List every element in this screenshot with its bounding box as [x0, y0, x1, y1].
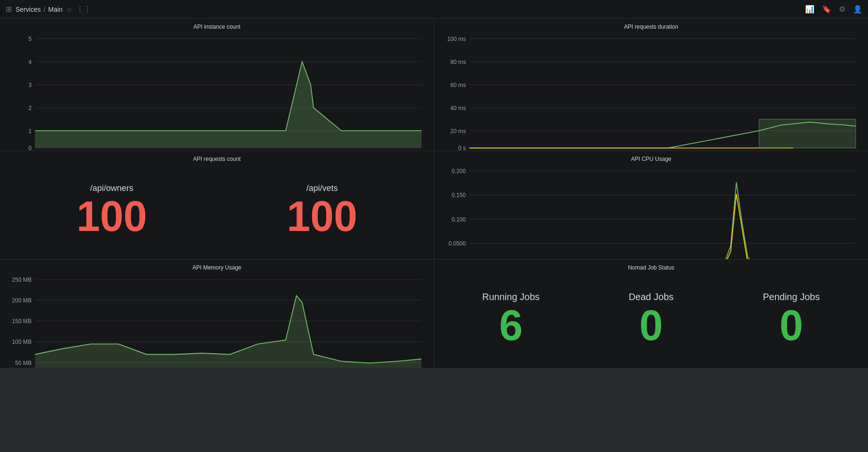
panel-api-requests-duration: API requests duration 100 ms 80 ms 60 ms… [434, 19, 868, 151]
svg-text:3: 3 [28, 82, 31, 88]
svg-text:1: 1 [28, 128, 31, 135]
panel-title-api-cpu-usage: API CPU Usage [441, 156, 861, 162]
bookmark-icon[interactable]: 🔖 [822, 5, 831, 14]
panel-title-api-memory-usage: API Memory Usage [7, 264, 427, 271]
svg-marker-27 [35, 62, 421, 148]
svg-text:100 MB: 100 MB [12, 339, 32, 345]
nomad-item-dead: Dead Jobs 0 [581, 274, 721, 364]
star-icon[interactable]: ☆ [66, 6, 72, 13]
nomad-item-running: Running Jobs 6 [441, 274, 581, 364]
svg-rect-46 [759, 119, 856, 148]
svg-text:0.0500: 0.0500 [448, 240, 466, 247]
topbar: ⊞ API instance count Services / Main ☆ ⋮… [0, 0, 868, 19]
svg-text:20 ms: 20 ms [450, 128, 466, 135]
panel-title-api-requests-count: API requests count [7, 156, 427, 162]
dashboard: API instance count 5 4 3 2 1 0 13:46 13:… [0, 19, 868, 452]
nomad-value-dead: 0 [639, 304, 663, 347]
panel-api-cpu-usage: API CPU Usage 0.200 0.150 0.100 0.0500 0… [434, 151, 868, 259]
svg-text:0.100: 0.100 [452, 216, 466, 223]
stat-value-vets: 100 [287, 195, 357, 238]
chart-svg-duration: 100 ms 80 ms 60 ms 40 ms 20 ms 0 s 13:45… [441, 33, 861, 151]
stat-value-owners: 100 [77, 195, 147, 238]
topbar-left: ⊞ API instance count Services / Main ☆ ⋮… [6, 5, 91, 14]
svg-text:0.200: 0.200 [452, 168, 466, 174]
svg-text:5: 5 [28, 36, 31, 42]
svg-text:250 MB: 250 MB [12, 277, 32, 283]
stat-label-owners: /api/owners [90, 183, 133, 193]
panel-title-nomad-job-status: Nomad Job Status [441, 264, 861, 271]
nomad-label-running: Running Jobs [482, 292, 540, 302]
breadcrumb-services-label[interactable]: Services [16, 6, 41, 13]
svg-text:0 s: 0 s [458, 145, 466, 151]
svg-text:2: 2 [28, 105, 31, 111]
svg-text:4: 4 [28, 59, 31, 65]
stat-grid-requests: /api/owners 100 /api/vets 100 [7, 165, 427, 255]
panel-title-api-requests-duration: API requests duration [441, 24, 861, 30]
svg-marker-101 [35, 296, 421, 368]
settings-icon[interactable]: ⚙ [839, 5, 845, 14]
chart-api-cpu-usage: 0.200 0.150 0.100 0.0500 0 13:46 13:48 1… [441, 165, 861, 259]
chart-svg-cpu: 0.200 0.150 0.100 0.0500 0 13:46 13:48 1… [441, 165, 861, 259]
svg-text:200 MB: 200 MB [12, 297, 32, 304]
svg-text:0: 0 [28, 145, 31, 151]
nomad-value-pending: 0 [780, 304, 803, 347]
svg-text:40 ms: 40 ms [450, 105, 466, 111]
nomad-label-pending: Pending Jobs [763, 292, 820, 302]
panel-api-instance-count: API instance count 5 4 3 2 1 0 13:46 13:… [0, 19, 434, 151]
panel-api-requests-count: API requests count /api/owners 100 /api/… [0, 151, 434, 259]
panel-api-memory-usage: API Memory Usage 250 MB 200 MB 150 MB 10… [0, 260, 434, 368]
stat-item-owners: /api/owners 100 [7, 165, 217, 255]
svg-text:50 MB: 50 MB [15, 359, 31, 366]
breadcrumb-main[interactable]: Main [48, 6, 63, 13]
chart-svg-memory: 250 MB 200 MB 150 MB 100 MB 50 MB 0 B 13… [7, 274, 427, 368]
nomad-label-dead: Dead Jobs [629, 292, 674, 302]
nomad-value-running: 6 [499, 304, 523, 347]
chart-api-requests-duration: 100 ms 80 ms 60 ms 40 ms 20 ms 0 s 13:45… [441, 33, 861, 151]
chart-api-memory-usage: 250 MB 200 MB 150 MB 100 MB 50 MB 0 B 13… [7, 274, 427, 368]
nomad-item-pending: Pending Jobs 0 [721, 274, 861, 364]
chart-svg-instance: 5 4 3 2 1 0 13:46 13:48 13:50 13:52 13:5… [7, 33, 427, 151]
svg-text:80 ms: 80 ms [450, 59, 466, 65]
share-icon[interactable]: ⋮⋮ [76, 5, 91, 14]
stat-item-vets: /api/vets 100 [217, 165, 428, 255]
topbar-right: 📊 🔖 ⚙ 👤 [805, 5, 862, 14]
nomad-grid: Running Jobs 6 Dead Jobs 0 Pending Jobs … [441, 274, 861, 364]
svg-text:100 ms: 100 ms [447, 36, 466, 42]
breadcrumb: API instance count Services / Main [16, 6, 63, 13]
user-icon[interactable]: 👤 [853, 5, 862, 14]
svg-text:60 ms: 60 ms [450, 82, 466, 88]
panel-nomad-job-status: Nomad Job Status Running Jobs 6 Dead Job… [434, 260, 868, 368]
chart-api-instance-count: 5 4 3 2 1 0 13:46 13:48 13:50 13:52 13:5… [7, 33, 427, 151]
panel-title-api-instance-count: API instance count [7, 24, 427, 30]
grid-icon[interactable]: ⊞ [6, 5, 12, 14]
stat-label-vets: /api/vets [306, 183, 338, 193]
svg-text:0.150: 0.150 [452, 192, 466, 198]
svg-text:150 MB: 150 MB [12, 318, 32, 325]
chart-add-icon[interactable]: 📊 [805, 5, 814, 14]
breadcrumb-sep: / [44, 6, 46, 13]
